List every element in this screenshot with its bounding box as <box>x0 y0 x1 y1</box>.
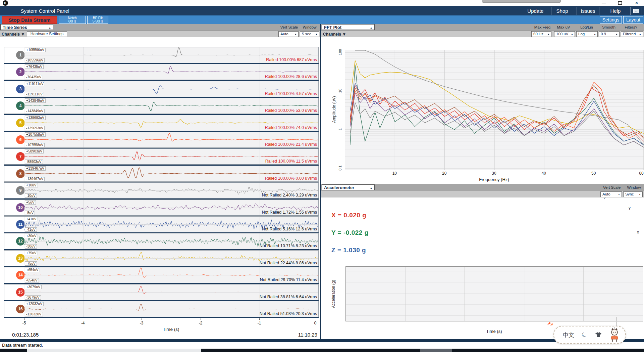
channel-5-toggle-button[interactable]: 5 <box>16 119 25 127</box>
fft-control-label: Filters? <box>619 25 643 29</box>
baseline-gridline <box>24 140 318 140</box>
baseline-gridline <box>24 123 318 123</box>
channel-plot: +75uV-75uVNot Railed 22.44% 8.86 uVrms <box>24 251 318 266</box>
fft-control-label: Max Freq <box>531 25 554 29</box>
railed-status: Not Railed 1.72% 1.55 uVrms <box>262 210 317 215</box>
minimize-button[interactable]: — <box>597 0 610 6</box>
scale-label-pos: +3679uV <box>25 285 42 289</box>
taskbar-item[interactable] <box>27 349 201 352</box>
scale-label-pos: +654uV <box>25 268 40 272</box>
channel-8-toggle-button[interactable]: 8 <box>16 169 25 178</box>
scale-label-pos: +12032uV <box>25 302 44 306</box>
fft-x-tick-label: 20 <box>438 171 450 176</box>
mascot-character[interactable] <box>607 327 621 343</box>
baseline-gridline <box>24 55 318 55</box>
channels-dropdown-button[interactable]: Channels ▼ <box>2 32 25 37</box>
channel-row: 16Ω+12032uV-12032uVNot Railed 51.03% 20.… <box>4 301 319 317</box>
channel-7-toggle-button[interactable]: 7 <box>16 152 25 161</box>
fft-loglin-dropdown[interactable]: Log▲ <box>576 31 598 37</box>
system-control-panel-button[interactable]: System Control Panel <box>3 7 87 15</box>
fft-x-tick-label: 60 <box>635 171 644 176</box>
channel-11-toggle-button[interactable]: 11 <box>16 220 25 229</box>
x-tick-mark <box>24 318 24 320</box>
settings-button[interactable]: Settings <box>600 16 622 24</box>
channel-row: 1Ω+105596uV-105596uVRailed 100.00% 687 u… <box>4 47 319 63</box>
issues-button[interactable]: Issues <box>577 7 599 15</box>
railed-status: Not Railed 29.70% 11.4 uVrms <box>260 277 317 282</box>
channel-14-toggle-button[interactable]: 14 <box>16 271 25 279</box>
x-tick-label: -2 <box>196 321 206 325</box>
scale-label-pos: +107558uV <box>25 132 46 137</box>
orange-arrow-icon <box>547 321 554 327</box>
app-title-bar: System Control Panel UpdateShopIssuesHel… <box>0 6 644 15</box>
fft-y-tick-label: 1 <box>338 124 342 134</box>
update-button[interactable]: Update <box>524 7 547 15</box>
channel-row: 15Ω+3679uV-3679uVNot Railed 38.81% 6.64 … <box>4 284 319 300</box>
fft-y-tick-label: 0.1 <box>338 163 342 173</box>
scale-label-pos: +105596uV <box>25 48 46 52</box>
shirt-icon[interactable] <box>595 332 602 338</box>
channel-4-toggle-button[interactable]: 4 <box>16 101 25 110</box>
channel-9-toggle-button[interactable]: 9 <box>16 186 25 195</box>
scale-label-neg: -119111uV <box>25 92 44 96</box>
translate-language-button[interactable]: 中文 <box>563 331 574 339</box>
accel-window-dropdown[interactable]: Sync▲ <box>623 191 643 197</box>
x-tick-mark <box>83 318 83 320</box>
fft-smooth-dropdown[interactable]: 0.9▲ <box>599 31 620 37</box>
channel-15-toggle-button[interactable]: 15 <box>16 288 25 297</box>
channel-plot: +107558uV-107558uVRailed 100.00% 21.4 uV… <box>24 132 318 147</box>
time-series-widget-dropdown[interactable]: Time Series▲ <box>0 24 53 30</box>
hardware-settings-button[interactable]: Hardware Settings <box>27 31 67 37</box>
help-button[interactable]: Help <box>603 7 628 15</box>
channel-12-toggle-button[interactable]: 12 <box>16 237 25 246</box>
baseline-gridline <box>24 275 318 275</box>
dark-mode-moon-icon[interactable]: ☾ <box>580 331 588 340</box>
time-series-subheader: Channels ▼ Hardware Settings Auto▲ 5 sec… <box>0 31 320 37</box>
channel-2-toggle-button[interactable]: 2 <box>16 68 25 76</box>
fft-filters-dropdown[interactable]: Filtered▲ <box>621 31 643 37</box>
shop-button[interactable]: Shop <box>551 7 573 15</box>
bandpass-filter-button[interactable]: BP Filt 5-50Hz <box>87 16 108 24</box>
console-button[interactable]: ... <box>630 7 642 15</box>
stop-data-stream-button[interactable]: Stop Data Stream <box>2 16 57 24</box>
channel-10-toggle-button[interactable]: 10 <box>16 203 25 212</box>
status-bar: Data stream started. <box>0 342 644 349</box>
scale-label-neg: -5uV <box>25 211 35 215</box>
scale-label-pos: +5uV <box>25 200 36 205</box>
fft-maxfreq-dropdown[interactable]: 60 Hz▲ <box>531 31 551 37</box>
fft-widget-dropdown[interactable]: FFT Plot▲ <box>322 24 375 30</box>
scale-label-neg: -76435uV <box>25 75 43 79</box>
channel-13-toggle-button[interactable]: 13 <box>16 254 25 263</box>
status-message: Data stream started. <box>2 343 43 348</box>
close-button[interactable]: ✕ <box>630 0 643 6</box>
notch-line2: 60Hz <box>59 20 86 23</box>
x-tick-label: -3 <box>137 321 147 325</box>
accel-chart <box>346 267 643 321</box>
maximize-button[interactable] <box>613 0 627 6</box>
scale-label-pos: +139693uV <box>25 116 46 120</box>
channel-3-toggle-button[interactable]: 3 <box>16 85 25 93</box>
x-tick-label: -5 <box>19 321 29 325</box>
time-series-title: Time Series <box>3 25 27 30</box>
scale-label-pos: +119111uV <box>25 82 45 86</box>
vert-scale-dropdown[interactable]: Auto▲ <box>278 31 299 37</box>
layout-button[interactable]: Layout <box>623 16 643 24</box>
taskbar-item[interactable] <box>420 349 452 352</box>
fft-control-label: Max uV <box>552 25 575 29</box>
notch-filter-button[interactable]: Notch 60Hz <box>59 16 86 24</box>
baseline-gridline <box>24 309 318 309</box>
baseline-gridline <box>24 224 318 225</box>
fft-maxuv-dropdown[interactable]: 100 uV▲ <box>554 31 575 37</box>
accel-widget-dropdown[interactable]: Accelerometer▲ <box>322 184 375 190</box>
channel-6-toggle-button[interactable]: 6 <box>16 135 25 144</box>
time-series-header: Time Series▲ Vert Scale Window <box>0 24 320 31</box>
ball-x-label: x <box>637 230 639 234</box>
stream-toolbar: Stop Data Stream Notch 60Hz BP Filt 5-50… <box>0 15 644 24</box>
window-dropdown[interactable]: 5 sec▲ <box>300 31 319 37</box>
channel-1-toggle-button[interactable]: 1 <box>16 51 25 59</box>
status-separator <box>0 339 644 342</box>
scale-label-pos: +75uV <box>25 251 38 255</box>
fft-channels-dropdown-button[interactable]: Channels ▼ <box>323 32 346 37</box>
channel-16-toggle-button[interactable]: 16 <box>16 305 25 313</box>
fft-x-tick-label: 10 <box>388 171 400 176</box>
